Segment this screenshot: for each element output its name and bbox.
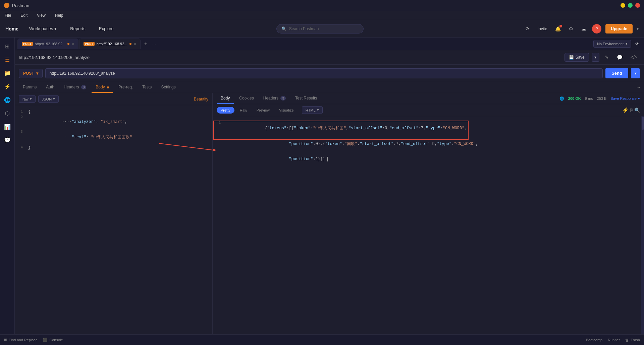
req-tab-prereq[interactable]: Pre-req. <box>114 82 137 93</box>
visualize-format-button[interactable]: Visualize <box>275 107 298 114</box>
find-replace-button[interactable]: ⊞ Find and Replace <box>4 338 38 342</box>
split-pane: raw ▾ JSON ▾ Beautify 1 { 2 <box>15 93 644 334</box>
req-tab-headers[interactable]: Headers 8 <box>60 82 90 93</box>
invite-button[interactable]: Invite <box>536 24 549 33</box>
response-content[interactable]: 1 {"tokens":[{"token":"中华人民共和国","start_o… <box>213 116 641 334</box>
navbar: Home Workspaces ▾ Reports Explore 🔍 Sear… <box>0 20 644 38</box>
response-pane: Body Cookies Headers 3 Test Results 🌐 20… <box>213 93 644 334</box>
format-type-selector[interactable]: HTML ▾ <box>302 106 323 114</box>
trash-icon: 🗑 <box>625 338 629 342</box>
method-label: POST <box>23 71 34 76</box>
avatar[interactable]: P <box>592 24 601 33</box>
request-tabs: Params Auth Headers 8 Body Pre-req. Test… <box>15 82 644 93</box>
response-tabs-bar: Body Cookies Headers 3 Test Results 🌐 20… <box>213 93 644 104</box>
sidebar-new-tab[interactable]: ⊞ <box>1 40 13 52</box>
preview-format-button[interactable]: Preview <box>253 107 274 114</box>
resp-tab-cookies[interactable]: Cookies <box>235 93 258 104</box>
env-selector: No Environment ▾ 👁 <box>593 40 641 48</box>
raw-type-button[interactable]: raw ▾ <box>19 95 36 103</box>
maximize-button[interactable] <box>628 3 633 8</box>
menu-file[interactable]: File <box>3 12 13 19</box>
code-line-4: 4 } <box>15 145 212 150</box>
sidebar-comments[interactable]: 💬 <box>1 134 13 146</box>
filter-icon[interactable]: ⚡ <box>622 107 629 113</box>
sync-status-icon[interactable]: ☁ <box>579 24 588 33</box>
request-body-pane: raw ▾ JSON ▾ Beautify 1 { 2 <box>15 93 213 334</box>
minimize-button[interactable] <box>621 3 625 8</box>
pretty-format-button[interactable]: Pretty <box>217 107 234 114</box>
env-settings-icon[interactable]: 👁 <box>633 40 641 48</box>
menu-view[interactable]: View <box>35 12 48 19</box>
sync-icon[interactable]: ⟳ <box>524 24 532 33</box>
globe-icon: 🌐 <box>559 96 564 101</box>
console-button[interactable]: ⬛ Console <box>43 338 63 342</box>
new-tab-button[interactable]: + <box>141 39 151 49</box>
close-button[interactable] <box>635 3 640 8</box>
raw-format-button[interactable]: Raw <box>236 107 251 114</box>
app-icon <box>4 3 9 8</box>
scrollbar[interactable] <box>641 116 644 334</box>
search-response-icon[interactable]: 🔍 <box>634 108 640 113</box>
save-button[interactable]: 💾 Save <box>565 53 589 62</box>
menu-edit[interactable]: Edit <box>18 12 30 19</box>
tab-2-close[interactable]: ✕ <box>133 42 136 46</box>
req-tab-tests[interactable]: Tests <box>138 82 156 93</box>
req-tab-body[interactable]: Body <box>92 82 113 93</box>
bootcamp-button[interactable]: Bootcamp <box>586 338 603 342</box>
sidebar-environments[interactable]: 🌐 <box>1 94 13 106</box>
status-badge: 200 OK <box>568 96 581 100</box>
edit-icon-button[interactable]: ✎ <box>602 53 611 61</box>
upgrade-button[interactable]: Upgrade <box>605 24 633 33</box>
resp-line-3: "position":1}]} <box>213 152 641 166</box>
nav-home[interactable]: Home <box>5 26 18 31</box>
env-dropdown[interactable]: No Environment ▾ <box>593 40 631 48</box>
response-size: 253 B <box>597 96 607 100</box>
tab-2[interactable]: POST http://192.168.92... ✕ <box>79 39 140 49</box>
resp-tab-body[interactable]: Body <box>217 93 234 104</box>
url-input[interactable] <box>45 68 603 78</box>
sidebar-history[interactable]: ☰ <box>1 54 13 66</box>
save-dropdown-button[interactable]: ▾ <box>592 53 599 62</box>
sidebar-apis[interactable]: ⚡ <box>1 80 13 92</box>
trash-button[interactable]: 🗑 Trash <box>625 338 640 342</box>
json-format-button[interactable]: JSON ▾ <box>38 95 59 103</box>
send-dropdown-button[interactable]: ▾ <box>631 68 640 78</box>
response-format-bar: Pretty Raw Preview Visualize HTML ▾ ⚡ ⎘ … <box>213 104 644 116</box>
search-bar[interactable]: 🔍 Search Postman <box>276 24 364 33</box>
nav-workspaces[interactable]: Workspaces ▾ <box>26 24 59 33</box>
method-selector[interactable]: POST ▾ <box>19 69 43 78</box>
tab-1-close[interactable]: ✕ <box>71 42 74 46</box>
tabs-more-button[interactable]: ··· <box>151 40 157 48</box>
menu-help[interactable]: Help <box>53 12 65 19</box>
runner-button[interactable]: Runner <box>608 338 620 342</box>
comment-icon-button[interactable]: 💬 <box>614 53 625 61</box>
notifications-icon[interactable]: 🔔 <box>553 24 563 33</box>
req-tabs-more[interactable]: ··· <box>637 85 640 90</box>
sidebar-monitors[interactable]: 📊 <box>1 121 13 133</box>
send-button[interactable]: Send <box>605 68 628 78</box>
request-body-editor[interactable]: 1 { 2 ····"analyzer": "ik_smart", 3 ····… <box>15 105 212 334</box>
tab-1[interactable]: POST http://192.168.92... ✕ <box>17 39 78 49</box>
beautify-button[interactable]: Beautify <box>194 97 208 101</box>
resp-line-1: 1 {"tokens":[{"token":"中华人民共和国","start_o… <box>213 120 641 136</box>
tab-2-unsaved <box>129 43 131 45</box>
body-options-bar: raw ▾ JSON ▾ Beautify <box>15 93 212 105</box>
sidebar-mock-servers[interactable]: ⬡ <box>1 107 13 119</box>
headers-count-badge: 8 <box>81 85 87 89</box>
req-tab-params[interactable]: Params <box>19 82 41 93</box>
sidebar-collections[interactable]: 📁 <box>1 67 13 79</box>
tab-2-url: http://192.168.92... <box>97 42 127 46</box>
env-label: No Environment <box>597 42 624 46</box>
nav-explore[interactable]: Explore <box>96 24 116 33</box>
resp-tab-headers[interactable]: Headers 3 <box>259 93 290 104</box>
save-response-button[interactable]: Save Response ▾ <box>610 96 640 101</box>
settings-icon[interactable]: ⚙ <box>567 24 575 33</box>
copy-icon[interactable]: ⎘ <box>630 108 633 113</box>
code-icon-button[interactable]: </> <box>628 53 640 61</box>
req-tab-settings[interactable]: Settings <box>157 82 179 93</box>
code-line-2: 2 ····"analyzer": "ik_smart", <box>15 115 212 129</box>
left-sidebar: ⊞ ☰ 📁 ⚡ 🌐 ⬡ 📊 💬 <box>0 38 15 334</box>
req-tab-auth[interactable]: Auth <box>42 82 58 93</box>
resp-tab-tests[interactable]: Test Results <box>291 93 321 104</box>
nav-reports[interactable]: Reports <box>67 24 88 33</box>
